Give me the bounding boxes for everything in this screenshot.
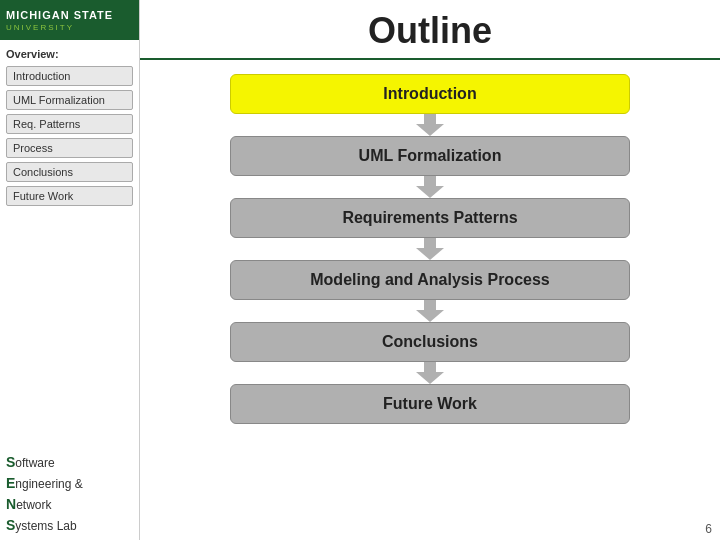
sidebar: MICHIGAN STATE UNIVERSITY Overview: Intr… bbox=[0, 0, 140, 540]
arrow-5 bbox=[416, 362, 444, 384]
arrow-head-5 bbox=[416, 372, 444, 384]
outline-conclusions: Conclusions bbox=[230, 322, 630, 362]
outline-process: Modeling and Analysis Process bbox=[230, 260, 630, 300]
outline-future-work: Future Work bbox=[230, 384, 630, 424]
outline-req-patterns: Requirements Patterns bbox=[230, 198, 630, 238]
outline-list: Introduction UML Formalization Requireme… bbox=[140, 60, 720, 540]
sidebar-item-req[interactable]: Req. Patterns bbox=[6, 114, 133, 134]
page-number: 6 bbox=[705, 522, 712, 536]
sidebar-item-introduction[interactable]: Introduction bbox=[6, 66, 133, 86]
sidebar-item-process[interactable]: Process bbox=[6, 138, 133, 158]
sidebar-item-conclusions[interactable]: Conclusions bbox=[6, 162, 133, 182]
outline-uml: UML Formalization bbox=[230, 136, 630, 176]
university-sub: UNIVERSITY bbox=[6, 23, 74, 32]
main-content: Outline Introduction UML Formalization R… bbox=[140, 0, 720, 540]
arrow-head-3 bbox=[416, 248, 444, 260]
sidebar-item-uml[interactable]: UML Formalization bbox=[6, 90, 133, 110]
arrow-2 bbox=[416, 176, 444, 198]
sidebar-item-future[interactable]: Future Work bbox=[6, 186, 133, 206]
arrow-4 bbox=[416, 300, 444, 322]
arrow-head-4 bbox=[416, 310, 444, 322]
arrow-head bbox=[416, 124, 444, 136]
arrow-head-2 bbox=[416, 186, 444, 198]
arrow-1 bbox=[416, 114, 444, 136]
page-title: Outline bbox=[368, 10, 492, 51]
outline-introduction: Introduction bbox=[230, 74, 630, 114]
arrow-3 bbox=[416, 238, 444, 260]
main-panel: Outline Introduction UML Formalization R… bbox=[140, 0, 720, 540]
lab-name: Software Engineering & Network Systems L… bbox=[0, 446, 139, 540]
arrow-stem-3 bbox=[424, 238, 436, 248]
arrow-stem-4 bbox=[424, 300, 436, 310]
overview-label: Overview: bbox=[0, 40, 139, 64]
university-logo: MICHIGAN STATE UNIVERSITY bbox=[0, 0, 139, 40]
main-header: Outline bbox=[140, 0, 720, 60]
arrow-stem bbox=[424, 114, 436, 124]
arrow-stem-2 bbox=[424, 176, 436, 186]
arrow-stem-5 bbox=[424, 362, 436, 372]
university-name: MICHIGAN STATE bbox=[6, 8, 113, 22]
